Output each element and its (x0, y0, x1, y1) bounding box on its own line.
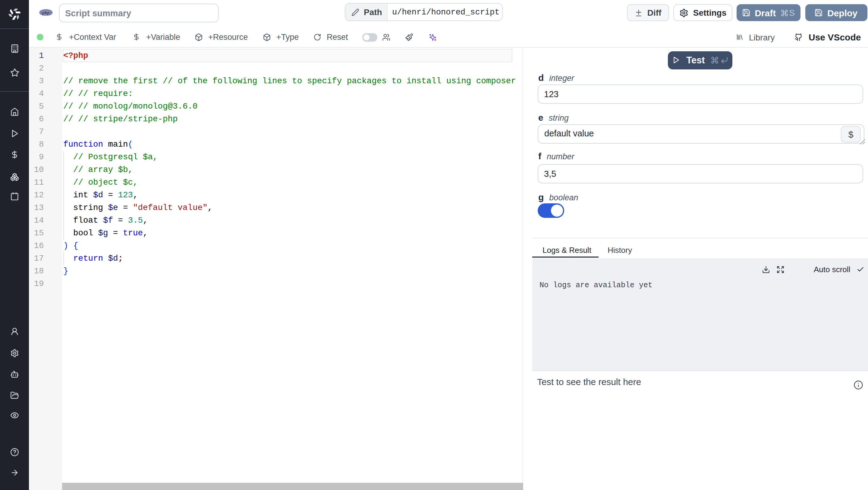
svg-text:php: php (42, 10, 50, 15)
